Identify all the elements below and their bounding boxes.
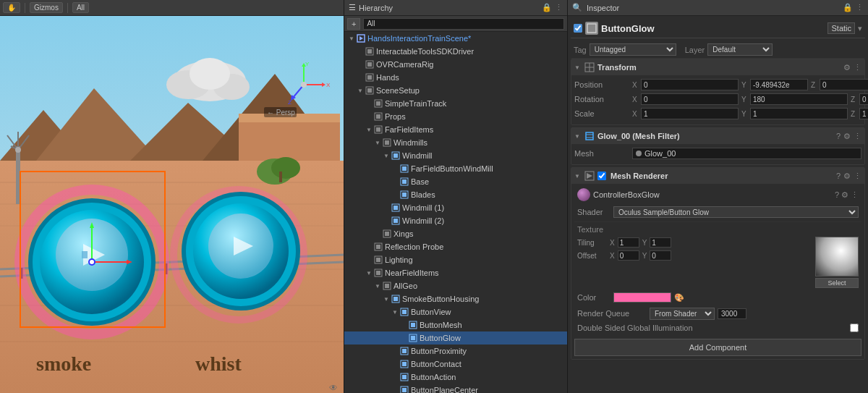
material-help-icon[interactable]: ? [835,190,839,200]
tree-item-buttonProximity[interactable]: ButtonProximity [344,345,567,358]
material-settings-icon[interactable]: ⚙ [841,190,848,200]
mesh-renderer-header[interactable]: ▼ Mesh Renderer ? ⚙ ⋮ [571,168,864,184]
shader-select[interactable]: Oculus Sample/Button Glow [613,206,859,218]
hierarchy-content[interactable]: ▼HandsInteractionTrainScene*Interactable… [344,32,567,393]
tree-arrow-hands[interactable] [356,73,365,82]
tree-arrow-smokeButtonHousing[interactable]: ▼ [382,295,391,303]
rotation-z-input[interactable] [859,93,868,105]
tree-arrow-lighting[interactable] [365,255,373,264]
mesh-renderer-more-icon[interactable]: ⋮ [854,172,861,181]
color-picker-icon[interactable]: 🎨 [674,293,684,303]
tree-arrow-blades[interactable] [391,190,399,199]
tree-item-root[interactable]: ▼HandsInteractionTrainScene* [344,32,567,45]
tree-arrow-buttonPlaneCenter[interactable] [391,386,399,393]
tree-arrow-interactable[interactable] [356,47,365,56]
scale-z-input[interactable] [859,108,868,119]
render-queue-select[interactable]: From Shader [650,308,715,320]
tree-arrow-buttonMesh[interactable] [399,321,408,329]
tree-arrow-farFieldButtonWindmill[interactable] [391,164,399,173]
tree-item-interactable[interactable]: InteractableToolsSDKDriver [344,45,567,58]
tree-arrow-nearFieldItems[interactable]: ▼ [365,269,373,277]
tree-item-windmill[interactable]: ▼Windmill [344,149,567,162]
transform-more-icon[interactable]: ⋮ [854,63,861,72]
tree-arrow-root[interactable]: ▼ [347,34,356,43]
tree-item-reflectionProbe[interactable]: Reflection Probe [344,240,567,253]
color-swatch[interactable] [613,292,671,303]
tree-item-ovrCamera[interactable]: OVRCameraRig [344,58,567,71]
tree-arrow-reflectionProbe[interactable] [365,242,373,251]
tree-arrow-farFieldItems[interactable]: ▼ [365,125,373,134]
mesh-filter-header[interactable]: ▼ Glow_00 (Mesh Filter) ? ⚙ ⋮ [571,128,864,144]
scale-x-input[interactable] [641,108,739,119]
material-more-icon[interactable]: ⋮ [851,190,859,200]
tag-select[interactable]: Untagged [590,43,676,56]
tree-arrow-buttonGlow[interactable] [399,334,408,342]
tree-arrow-buttonAction[interactable] [391,373,399,381]
tree-item-buttonView[interactable]: ▼ButtonView [344,305,567,318]
tree-item-windmills[interactable]: ▼Windmills [344,136,567,149]
mesh-renderer-settings-icon[interactable]: ⚙ [843,172,851,181]
tree-arrow-buttonView[interactable]: ▼ [391,308,399,316]
transform-header[interactable]: ▼ Transform ⚙ ⋮ [571,59,864,75]
mesh-filter-more-icon[interactable]: ⋮ [854,132,861,141]
position-z-input[interactable] [820,79,868,90]
mesh-filter-settings-icon[interactable]: ⚙ [843,132,851,141]
tree-item-allGeo[interactable]: ▼AllGeo [344,279,567,292]
scale-y-input[interactable] [750,108,848,119]
inspector-lock-icon[interactable]: 🔒 [843,3,853,12]
double-sided-checkbox[interactable] [850,324,859,332]
mesh-renderer-help-icon[interactable]: ? [836,172,841,181]
more-icon[interactable]: ⋮ [555,3,563,12]
transform-settings-icon[interactable]: ⚙ [843,63,851,72]
tree-item-farFieldButtonWindmill[interactable]: FarFieldButtonWindMill [344,162,567,175]
tree-item-windmill1[interactable]: Windmill (1) [344,201,567,214]
gizmos-btn[interactable]: Gizmos [30,2,63,13]
tree-item-simpleTrainTrack[interactable]: SimpleTrainTrack [344,97,567,110]
tree-item-blades[interactable]: Blades [344,188,567,201]
tree-item-smokeButtonHousing[interactable]: ▼SmokeButtonHousing [344,292,567,305]
tree-arrow-buttonProximity[interactable] [391,347,399,355]
tree-arrow-allGeo[interactable]: ▼ [373,282,382,290]
rotation-y-input[interactable] [750,93,848,105]
tree-item-buttonContact[interactable]: ButtonContact [344,358,567,371]
offset-y-input[interactable] [650,250,671,261]
tree-item-sceneSetup[interactable]: ▼SceneSetup [344,84,567,97]
tree-item-buttonGlow[interactable]: ButtonGlow [344,331,567,345]
position-x-input[interactable] [641,79,739,90]
mesh-filter-help-icon[interactable]: ? [836,132,841,141]
all-btn[interactable]: All [72,2,89,13]
tree-arrow-base[interactable] [391,177,399,186]
tree-arrow-buttonContact[interactable] [391,360,399,368]
tree-arrow-sceneSetup[interactable]: ▼ [356,86,365,95]
texture-select-btn[interactable]: Select [815,278,859,288]
rotation-x-input[interactable] [641,93,739,105]
tree-item-base[interactable]: Base [344,175,567,188]
tree-item-buttonAction[interactable]: ButtonAction [344,371,567,384]
add-hierarchy-btn[interactable]: + [347,18,360,30]
tree-arrow-ovrCamera[interactable] [356,60,365,69]
hierarchy-search-input[interactable] [363,18,564,30]
tree-item-lighting[interactable]: Lighting [344,253,567,266]
tree-arrow-props[interactable] [365,112,373,121]
offset-x-input[interactable] [618,250,639,261]
tree-item-hands[interactable]: Hands [344,71,567,84]
layer-select[interactable]: Default [707,43,773,56]
static-dropdown-arrow[interactable]: ▾ [858,24,862,33]
active-checkbox[interactable] [574,24,582,33]
tree-item-buttonPlaneCenter[interactable]: ButtonPlaneCenter [344,384,567,393]
lock-icon[interactable]: 🔒 [542,3,552,12]
tree-arrow-windmills[interactable]: ▼ [373,138,382,147]
tree-item-windmill2[interactable]: Windmill (2) [344,214,567,227]
tree-arrow-windmill[interactable]: ▼ [382,151,391,160]
tree-item-buttonMesh[interactable]: ButtonMesh [344,318,567,331]
tree-arrow-xings[interactable] [373,229,382,238]
tree-item-nearFieldItems[interactable]: ▼NearFieldItems [344,266,567,279]
tiling-x-input[interactable] [618,237,639,248]
render-queue-number[interactable] [718,308,746,319]
tree-item-xings[interactable]: Xings [344,227,567,240]
add-component-button[interactable]: Add Component [574,339,861,356]
tree-arrow-windmill2[interactable] [382,216,391,225]
tiling-y-input[interactable] [650,237,671,248]
hand-tool-btn[interactable]: ✋ [3,2,20,13]
tree-item-props[interactable]: Props [344,110,567,123]
